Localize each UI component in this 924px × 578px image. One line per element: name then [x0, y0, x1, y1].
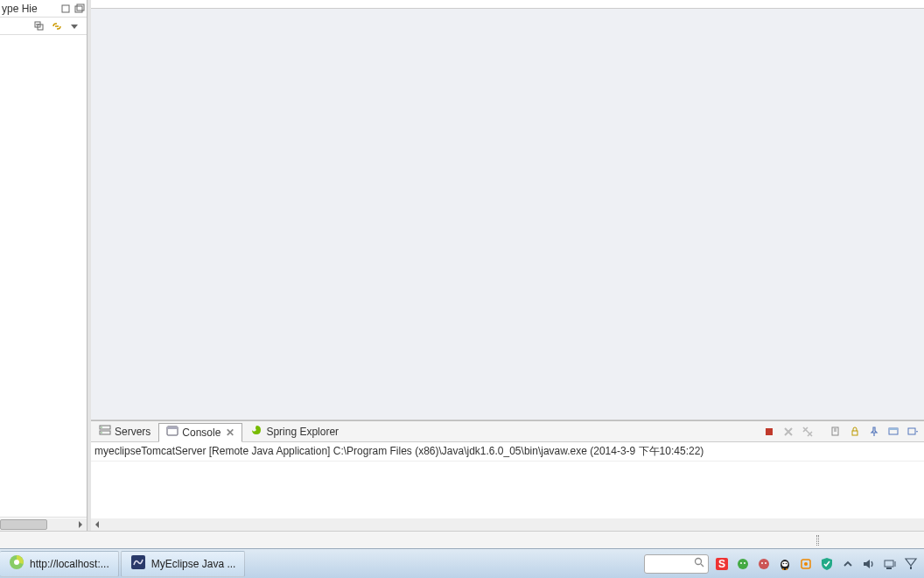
taskbar-item-label: MyEclipse Java ... — [151, 558, 236, 570]
search-icon — [694, 557, 704, 570]
remove-all-terminated-button[interactable] — [800, 424, 816, 440]
open-console-button[interactable] — [905, 424, 920, 440]
svg-rect-39 — [885, 560, 893, 567]
taskbar-item-myeclipse[interactable]: MyEclipse Java ... — [121, 551, 246, 577]
svg-rect-40 — [886, 567, 892, 569]
svg-point-31 — [761, 562, 763, 564]
svg-point-21 — [14, 560, 19, 565]
sidebar-hscroll — [0, 517, 87, 531]
view-toolbar — [0, 18, 87, 35]
bottom-tabs: Servers Console ✕ Spring Explorer — [91, 421, 924, 442]
hscroll-left-arrow[interactable] — [91, 518, 103, 531]
view-tab-bar: ype Hie — [0, 0, 87, 18]
console-hscroll — [91, 518, 924, 531]
editor-area[interactable] — [91, 9, 924, 420]
statusbar — [0, 531, 924, 548]
svg-rect-18 — [889, 428, 898, 430]
ide-window: ype Hie — [0, 0, 924, 548]
console-toolbar — [761, 424, 924, 440]
tab-label: Servers — [115, 426, 150, 438]
system-tray: S — [644, 554, 924, 574]
bottom-views-panel: Servers Console ✕ Spring Explorer — [91, 420, 924, 531]
taskbar-item-label: http://localhost:... — [30, 558, 109, 570]
svg-text:S: S — [718, 558, 725, 570]
tray-character-icon[interactable] — [756, 556, 772, 572]
taskbar-search-input[interactable] — [648, 559, 694, 569]
svg-point-27 — [738, 559, 748, 569]
myeclipse-icon — [130, 554, 146, 573]
pin-console-button[interactable] — [866, 424, 882, 440]
svg-point-28 — [740, 562, 742, 564]
close-icon[interactable]: ✕ — [226, 426, 234, 439]
spring-icon — [250, 425, 262, 438]
type-hierarchy-tree[interactable] — [0, 35, 87, 517]
tray-network-icon[interactable] — [882, 556, 898, 572]
maximize-icon[interactable] — [73, 2, 87, 16]
console-output[interactable] — [91, 462, 924, 518]
tray-shield-icon[interactable] — [819, 556, 835, 572]
view-title: ype Hie — [2, 3, 59, 15]
collapse-all-icon[interactable] — [32, 19, 46, 33]
svg-rect-42 — [910, 567, 912, 569]
tray-app-icon[interactable] — [735, 556, 751, 572]
svg-rect-2 — [77, 4, 84, 11]
hscroll-right-arrow[interactable] — [74, 518, 87, 531]
svg-point-35 — [783, 562, 785, 564]
tray-chevron-up-icon[interactable] — [840, 556, 856, 572]
statusbar-grip[interactable] — [816, 535, 819, 546]
scroll-lock-button[interactable] — [847, 424, 863, 440]
display-selected-console-button[interactable] — [886, 424, 901, 440]
view-menu-icon[interactable] — [67, 19, 81, 33]
servers-icon — [99, 425, 111, 438]
tray-action-center-icon[interactable] — [903, 556, 919, 572]
tab-label: Spring Explorer — [266, 426, 339, 438]
svg-point-8 — [101, 426, 102, 428]
tray-volume-icon[interactable] — [861, 556, 877, 572]
hscroll-thumb[interactable] — [0, 519, 47, 530]
taskbar-search[interactable] — [644, 554, 709, 574]
ide-body: ype Hie — [0, 0, 924, 531]
tray-sogou-icon[interactable]: S — [714, 556, 730, 572]
tab-spring-explorer[interactable]: Spring Explorer — [242, 422, 346, 441]
svg-point-34 — [782, 561, 788, 567]
terminate-button[interactable] — [761, 424, 777, 440]
svg-rect-1 — [75, 6, 82, 12]
tab-label: Console — [182, 426, 220, 439]
tray-qq-icon[interactable] — [777, 556, 793, 572]
type-hierarchy-view: ype Hie — [0, 0, 88, 531]
link-with-editor-icon[interactable] — [50, 19, 64, 33]
minimize-icon[interactable] — [59, 2, 73, 16]
browser-icon — [9, 554, 24, 573]
windows-taskbar: http://localhost:... MyEclipse Java ... … — [0, 548, 924, 578]
svg-rect-19 — [908, 428, 915, 434]
svg-point-29 — [744, 562, 746, 564]
svg-point-36 — [786, 562, 788, 564]
svg-rect-12 — [766, 428, 773, 435]
svg-rect-16 — [852, 431, 858, 435]
editor-column: Servers Console ✕ Spring Explorer — [88, 0, 924, 531]
hscroll-track[interactable] — [0, 518, 74, 531]
svg-rect-11 — [167, 426, 178, 429]
svg-point-30 — [759, 559, 769, 569]
tray-tool-icon[interactable] — [798, 556, 814, 572]
svg-point-23 — [696, 559, 702, 565]
console-launch-description: myeclipseTomcatServer [Remote Java Appli… — [91, 442, 924, 462]
console-icon — [166, 426, 178, 439]
tab-console[interactable]: Console ✕ — [158, 423, 242, 442]
svg-point-9 — [101, 432, 102, 434]
editor-tab-strip — [91, 0, 924, 9]
remove-launch-button[interactable] — [780, 424, 796, 440]
tab-servers[interactable]: Servers — [91, 422, 158, 441]
svg-rect-0 — [62, 5, 69, 12]
svg-line-24 — [701, 564, 704, 567]
taskbar-item-browser[interactable]: http://localhost:... — [0, 551, 119, 577]
svg-point-38 — [804, 562, 808, 566]
svg-point-32 — [765, 562, 766, 564]
clear-console-button[interactable] — [828, 424, 844, 440]
